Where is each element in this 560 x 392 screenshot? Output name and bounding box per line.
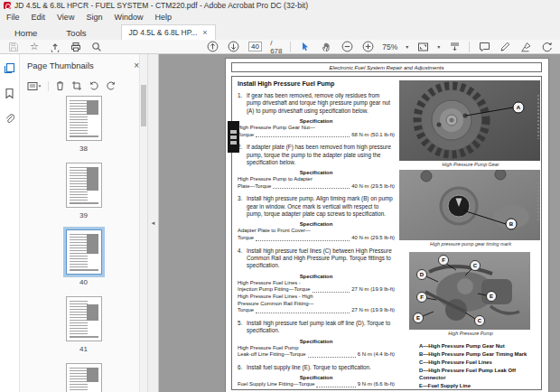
spec-block-4: Specification High Pressure Fuel Lines -… bbox=[238, 274, 395, 314]
hand-tool-icon[interactable] bbox=[320, 41, 332, 53]
select-tool-icon[interactable] bbox=[299, 41, 312, 53]
tab-document[interactable]: JD 4.5L & 6.8L HP... × bbox=[121, 24, 216, 40]
step-1: 1.If gear has been removed, remove oily … bbox=[238, 92, 395, 115]
tab-close-icon[interactable]: × bbox=[202, 28, 207, 37]
panel-scrollbar[interactable] bbox=[139, 54, 147, 392]
collapse-panel-icon[interactable]: ◂ bbox=[152, 219, 155, 227]
thumbnails-toolbar bbox=[20, 76, 147, 96]
page-thumbnails-panel: Page Thumbnails × bbox=[20, 54, 148, 392]
zoom-out-icon[interactable] bbox=[341, 41, 353, 53]
save-icon[interactable] bbox=[7, 41, 20, 53]
svg-text:F: F bbox=[420, 294, 424, 300]
tab-tools[interactable]: Tools bbox=[51, 25, 100, 40]
thumbnail-label: 39 bbox=[79, 211, 88, 219]
thumbnail-label: 41 bbox=[79, 345, 88, 353]
page-thumbnails-panel-icon[interactable] bbox=[4, 62, 15, 74]
svg-text:A: A bbox=[517, 105, 521, 110]
figure-high-pressure-pump: F C D E F bbox=[399, 252, 542, 336]
crop-pages-icon[interactable] bbox=[71, 80, 82, 91]
timing-mark-photo: B bbox=[399, 170, 540, 240]
step-2: 2.If adapter plate (F) has been removed … bbox=[238, 144, 395, 166]
send-share-icon[interactable] bbox=[540, 41, 553, 53]
section-title: Install High Pressure Fuel Pump bbox=[238, 80, 395, 87]
svg-text:E: E bbox=[416, 315, 420, 321]
window-title: JD 4.5L & 6.8L HPCR - FUEL SYSTEM - CTM2… bbox=[14, 1, 308, 10]
thumbnail-label: 40 bbox=[79, 278, 88, 286]
legend-item-a: A—High Pressure Pump Gear Nut bbox=[419, 342, 542, 350]
pump-photo: F C D E F bbox=[409, 252, 530, 330]
figure-caption: High pressure pump gear timing mark bbox=[399, 241, 542, 247]
legend-item-b: B—High Pressure Pump Gear Timing Mark bbox=[419, 350, 542, 359]
tab-document-label: JD 4.5L & 6.8L HP... bbox=[129, 28, 198, 37]
spec-block-2: Specification High Pressure Pump to Adap… bbox=[238, 170, 395, 190]
thumbnail-page-40-selected[interactable]: 40 bbox=[66, 229, 102, 286]
thumbnail-page-39[interactable]: 39 bbox=[66, 163, 102, 219]
delete-pages-icon[interactable] bbox=[55, 80, 65, 91]
running-header: Electronic Fuel System Repair and Adjust… bbox=[231, 62, 542, 72]
panel-splitter[interactable]: ◂ bbox=[148, 54, 159, 392]
figure-caption: High Pressure Pump Gear bbox=[399, 162, 542, 167]
svg-text:C: C bbox=[473, 263, 478, 268]
svg-text:D: D bbox=[420, 272, 425, 277]
previous-page-icon[interactable] bbox=[207, 41, 219, 53]
menu-file[interactable]: File bbox=[6, 13, 20, 22]
acrobat-window: JD 4.5L & 6.8L HPCR - FUEL SYSTEM - CTM2… bbox=[0, 0, 560, 392]
panel-scrollbar-thumb[interactable] bbox=[141, 85, 146, 126]
step-4: 4.Install high pressure fuel lines (C) b… bbox=[238, 247, 395, 270]
page-number-input[interactable]: 40 bbox=[248, 42, 262, 51]
svg-text:C: C bbox=[478, 318, 482, 323]
bookmarks-panel-icon[interactable] bbox=[5, 88, 14, 99]
zoom-caret-icon[interactable]: ▾ bbox=[406, 43, 408, 50]
zoom-in-icon[interactable] bbox=[361, 41, 374, 53]
step-6: 6.Install fuel supply line (E). Torque t… bbox=[238, 364, 395, 371]
search-icon[interactable] bbox=[90, 41, 103, 53]
page-scrolling-icon[interactable] bbox=[448, 41, 461, 53]
document-area[interactable]: Electronic Fuel System Repair and Adjust… bbox=[159, 54, 560, 392]
callout-legend: A—High Pressure Pump Gear Nut B—High Pre… bbox=[419, 342, 542, 392]
legend-item-e: E—Fuel Supply Line bbox=[419, 382, 542, 390]
text-column: Install High Pressure Fuel Pump 1.If gea… bbox=[238, 80, 395, 392]
main-toolbar: ☆ 40 / 678 75% ▾ bbox=[0, 40, 560, 54]
fit-page-icon[interactable] bbox=[416, 41, 429, 53]
figure-caption: High Pressure Pump bbox=[399, 331, 542, 336]
menu-bar: File Edit View Sign Window Help bbox=[0, 11, 560, 23]
thumbnail-label: 38 bbox=[79, 145, 88, 153]
spec-block-3: Specification Adapter Plate to Front Cov… bbox=[238, 221, 395, 241]
favorite-star-icon[interactable]: ☆ bbox=[28, 41, 41, 53]
thumbnail-list: 38 39 40 41 bbox=[20, 96, 147, 392]
page-content-box: Install High Pressure Fuel Pump 1.If gea… bbox=[231, 76, 542, 390]
rotate-cw-icon[interactable] bbox=[106, 80, 117, 91]
tab-home[interactable]: Home bbox=[0, 25, 51, 40]
zoom-level-value[interactable]: 75% bbox=[382, 42, 397, 51]
menu-edit[interactable]: Edit bbox=[32, 13, 46, 22]
menu-help[interactable]: Help bbox=[154, 13, 172, 22]
tab-bar: Home Tools JD 4.5L & 6.8L HP... × bbox=[0, 23, 560, 40]
svg-text:F: F bbox=[442, 257, 445, 263]
title-bar: JD 4.5L & 6.8L HPCR - FUEL SYSTEM - CTM2… bbox=[0, 0, 560, 11]
figure-id-strip bbox=[527, 266, 529, 308]
menu-view[interactable]: View bbox=[57, 13, 74, 22]
thumbnail-page-42[interactable] bbox=[66, 363, 102, 392]
sign-pen-icon[interactable] bbox=[519, 41, 532, 53]
svg-text:B: B bbox=[509, 221, 514, 227]
fit-page-caret-icon[interactable]: ▾ bbox=[437, 43, 440, 50]
rotate-ccw-icon[interactable] bbox=[89, 80, 99, 91]
panel-title: Page Thumbnails bbox=[27, 61, 94, 70]
navigation-rail bbox=[0, 54, 20, 392]
pump-gear-photo: A bbox=[399, 80, 540, 161]
print-icon[interactable] bbox=[70, 41, 82, 53]
attachments-panel-icon[interactable] bbox=[5, 113, 14, 125]
fill-sign-pencil-icon[interactable] bbox=[499, 41, 511, 53]
svg-text:E: E bbox=[490, 294, 493, 299]
legend-item-c: C—High Pressure Fuel Lines bbox=[419, 359, 542, 367]
share-upload-icon[interactable] bbox=[49, 41, 61, 53]
thumbnails-options-icon[interactable] bbox=[27, 81, 42, 91]
thumbnail-page-38[interactable]: 38 bbox=[66, 96, 102, 153]
thumbnail-page-41[interactable]: 41 bbox=[66, 296, 102, 353]
next-page-icon[interactable] bbox=[228, 41, 240, 53]
menu-sign[interactable]: Sign bbox=[86, 13, 102, 22]
figure-pump-gear: A High Pressure Pump Gear bbox=[399, 80, 542, 167]
spec-block-1: Specification High Pressure Pump Gear Nu… bbox=[238, 118, 395, 138]
menu-window[interactable]: Window bbox=[114, 13, 143, 22]
comment-icon[interactable] bbox=[478, 41, 490, 53]
